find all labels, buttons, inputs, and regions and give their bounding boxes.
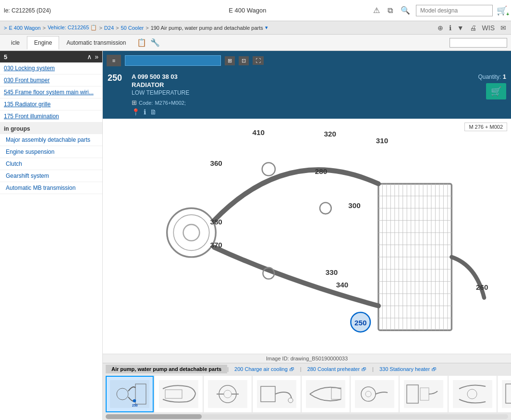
list-view-btn[interactable]: ≡ — [107, 55, 121, 66]
thumb-item-2[interactable] — [155, 376, 203, 412]
part-info-icon-btn[interactable]: ℹ — [144, 108, 146, 116]
print-icon-btn[interactable]: 🖨 — [469, 23, 477, 33]
svg-point-33 — [183, 224, 200, 241]
main-area: 5 ∧ » 030 Locking system 030 Front bumpe… — [0, 51, 511, 420]
svg-text:300: 300 — [348, 201, 360, 210]
wis-icon-btn[interactable]: WIS — [481, 23, 496, 33]
model-search-input[interactable] — [416, 5, 493, 16]
sidebar-section-title: in groups — [0, 123, 102, 134]
bc-vehicle[interactable]: Vehicle: C212265 📋 — [48, 25, 97, 31]
svg-text:360: 360 — [210, 159, 222, 167]
bc-cooler[interactable]: 50 Cooler — [121, 25, 144, 31]
sidebar-item-front-illum[interactable]: 175 Front illumination — [0, 111, 102, 123]
part-number: 250 — [108, 73, 122, 83]
svg-text:310: 310 — [376, 136, 388, 145]
grid-icon: ⊞ — [132, 99, 137, 106]
zoom-in-icon-btn[interactable]: ⊕ — [437, 23, 444, 33]
search-icon-btn[interactable]: 🔍 — [399, 5, 412, 16]
sidebar-expand-btn[interactable]: » — [95, 53, 98, 61]
thumb-item-5[interactable] — [302, 376, 350, 412]
svg-text:340: 340 — [336, 281, 348, 289]
part-search-input[interactable] — [125, 55, 221, 66]
top-bar-icons: ⚠ ⧉ 🔍 🛒+ — [371, 5, 507, 16]
thumb-scrollbar-thumb[interactable] — [106, 414, 202, 419]
tab-bar: icle Engine Automatic transmission 📋 🔧 — [0, 35, 511, 51]
svg-text:260: 260 — [476, 283, 488, 291]
thumb-item-7[interactable] — [400, 376, 448, 412]
part-action-icons: 📍 ℹ 🗎 — [132, 108, 468, 116]
sidebar-item-front-bumper[interactable]: 030 Front bumper — [0, 74, 102, 86]
tab-search-input[interactable] — [450, 38, 507, 48]
thumb-scrollbar[interactable] — [106, 414, 508, 419]
svg-rect-48 — [110, 380, 149, 408]
cart-button[interactable]: 🛒+ — [497, 5, 507, 16]
sidebar-collapse-btn[interactable]: ∧ — [87, 53, 92, 61]
thumb-diagram-8 — [452, 379, 493, 409]
thumb-item-8[interactable] — [449, 376, 497, 412]
svg-text:370: 370 — [210, 241, 222, 249]
thumb-diagram-7 — [403, 379, 444, 409]
sidebar-group-clutch[interactable]: Clutch — [0, 158, 102, 170]
svg-text:280: 280 — [315, 167, 327, 175]
top-bar: le: C212265 (D24) E 400 Wagon ⚠ ⧉ 🔍 🛒+ — [0, 0, 511, 21]
sidebar-group-auto-mb[interactable]: Automatic MB transmission — [0, 182, 102, 194]
thumb-diagram-6 — [354, 379, 395, 409]
part-doc-icon-btn[interactable]: 🗎 — [150, 108, 157, 116]
qty-label: Quantity: — [478, 74, 501, 80]
tab-icons: 📋 🔧 — [137, 38, 160, 47]
part-code-value: M276+M002; — [155, 100, 186, 106]
filter-icon-btn[interactable]: ▼ — [456, 23, 465, 33]
svg-text:330: 330 — [326, 268, 338, 276]
svg-point-34 — [262, 162, 275, 175]
thumb-item-9[interactable] — [498, 376, 511, 412]
mail-icon-btn[interactable]: ✉ — [499, 23, 507, 33]
sidebar-item-radiator-grille[interactable]: 135 Radiator grille — [0, 99, 102, 111]
thumb-diagram-3 — [207, 379, 248, 409]
thumb-item-1[interactable]: 250 — [106, 376, 154, 412]
tab-icon1[interactable]: 📋 — [137, 38, 146, 47]
tab-engine[interactable]: Engine — [27, 36, 59, 49]
cart-plus-icon: + — [506, 12, 509, 17]
qty-col: Quantity: 1 🛒 — [478, 73, 506, 99]
thumb-diagram-5 — [305, 379, 346, 409]
tab-auto-trans[interactable]: Automatic transmission — [59, 36, 133, 49]
thumb-tab-stationary[interactable]: 330 Stationary heater 🗗 — [374, 365, 442, 373]
thumb-tab-charge-air[interactable]: 200 Charge air cooling 🗗 — [229, 365, 300, 373]
thumb-tab-coolant[interactable]: 280 Coolant preheater 🗗 — [302, 365, 372, 373]
bc-arrow: > — [4, 25, 7, 31]
warning-icon-btn[interactable]: ⚠ — [371, 5, 382, 16]
window-title: le: C212265 (D24) — [4, 7, 124, 14]
bc-d24[interactable]: D24 — [104, 25, 114, 31]
copy-icon-btn[interactable]: ⧉ — [386, 5, 395, 16]
info-icon-btn[interactable]: ℹ — [448, 23, 452, 33]
sidebar-group-major-assembly[interactable]: Major assembly detachable parts — [0, 134, 102, 146]
part-search-row: ≡ ⊞ ⊡ ⛶ — [107, 55, 264, 66]
expand-view-btn[interactable]: ⊡ — [239, 56, 249, 65]
sidebar-group-engine-suspension[interactable]: Engine suspension — [0, 146, 102, 158]
sidebar-item-frame-floor[interactable]: 545 Frame floor system main wiri... — [0, 86, 102, 99]
svg-rect-53 — [159, 380, 198, 408]
thumb-diagram-4 — [256, 379, 297, 409]
thumb-tab-air-pump[interactable]: Air pump, water pump and detachable part… — [106, 365, 227, 373]
thumb-item-4[interactable] — [253, 376, 301, 412]
part-code-label: Code: — [139, 100, 153, 106]
bc-dropdown-icon[interactable]: ▾ — [265, 25, 268, 31]
tab-vehicle[interactable]: icle — [4, 36, 27, 49]
diagram-area: M 276 + M002 — [103, 119, 511, 363]
bc-current: 190 Air pump, water pump and detachable … — [151, 25, 263, 31]
part-location-icon-btn[interactable]: 📍 — [132, 108, 140, 116]
tab-icon2[interactable]: 🔧 — [150, 38, 160, 47]
thumb-item-6[interactable] — [351, 376, 399, 412]
image-id-text: Image ID: drawing_B50190000033 — [266, 356, 348, 361]
qty-value: 1 — [503, 73, 506, 80]
thumb-item-3[interactable] — [204, 376, 252, 412]
fullscreen-view-btn[interactable]: ⛶ — [253, 56, 264, 65]
svg-point-36 — [320, 202, 331, 214]
add-to-cart-btn[interactable]: 🛒 — [486, 83, 506, 99]
bc-e400-wagon[interactable]: E 400 Wagon — [9, 25, 40, 31]
breadcrumb: > E 400 Wagon > Vehicle: C212265 📋 > D24… — [0, 21, 511, 35]
grid-view-btn[interactable]: ⊞ — [225, 56, 235, 65]
sidebar-group-gearshift[interactable]: Gearshift system — [0, 170, 102, 182]
sidebar-heading: 5 — [4, 53, 7, 61]
sidebar-item-locking[interactable]: 030 Locking system — [0, 62, 102, 74]
